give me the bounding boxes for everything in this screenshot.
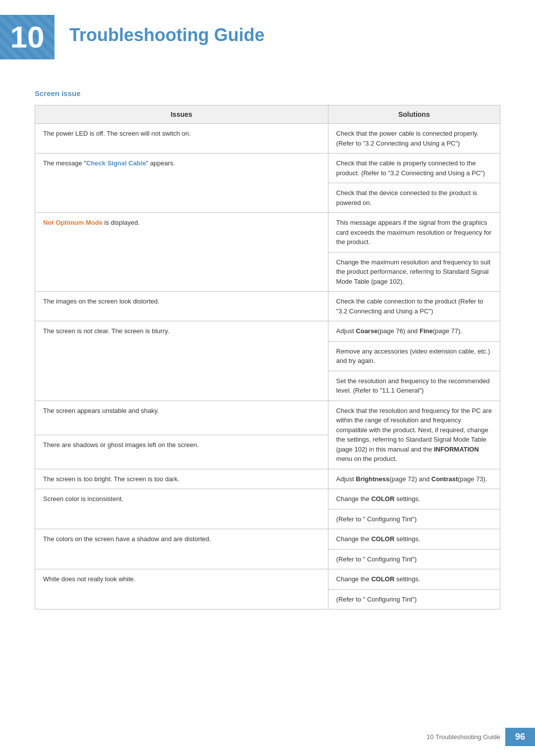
solution-cell: Adjust Brightness(page 72) and Contrast(…: [328, 469, 500, 489]
issue-cell: The colors on the screen have a shadow a…: [35, 529, 328, 569]
solution-cell: Check that the power cable is connected …: [328, 124, 500, 153]
solution-cell: Set the resolution and frequency to the …: [328, 371, 500, 401]
solution-cell: Adjust Coarse(page 76) and Fine(page 77)…: [328, 321, 500, 342]
issue-cell: The screen is too bright. The screen is …: [35, 469, 328, 489]
issue-cell: The images on the screen look distorted.: [35, 292, 328, 321]
table-row: Not Optimum Mode is displayed. This mess…: [35, 213, 500, 252]
issue-cell: The screen appears unstable and shaky.: [35, 401, 328, 435]
table-row: Screen color is inconsistent. Change the…: [35, 489, 500, 509]
issue-cell: Screen color is inconsistent.: [35, 489, 328, 529]
page-footer: 10 Troubleshooting Guide 96: [427, 728, 535, 746]
table-row: The power LED is off. The screen will no…: [35, 124, 500, 153]
table-row: The message "Check Signal Cable" appears…: [35, 153, 500, 183]
solution-cell: (Refer to " Configuring Tint"): [328, 509, 500, 529]
issue-cell: The screen is not clear. The screen is b…: [35, 321, 328, 401]
issue-cell: The message "Check Signal Cable" appears…: [35, 153, 328, 213]
table-row: The screen is not clear. The screen is b…: [35, 321, 500, 342]
chapter-number: 10: [10, 22, 45, 52]
issue-cell: There are shadows or ghost images left o…: [35, 435, 328, 469]
solution-cell: Check that the device connected to the p…: [328, 183, 500, 213]
col-header-solutions: Solutions: [328, 105, 500, 124]
solution-cell: Change the COLOR settings.: [328, 569, 500, 590]
chapter-badge: 10: [0, 15, 54, 59]
table-row: White does not really look white. Change…: [35, 569, 500, 590]
table-row: The screen appears unstable and shaky. C…: [35, 401, 500, 435]
solution-cell: This message appears if the signal from …: [328, 213, 500, 252]
table-row: The colors on the screen have a shadow a…: [35, 529, 500, 550]
solution-cell: Change the maximum resolution and freque…: [328, 252, 500, 292]
section-title: Screen issue: [35, 89, 500, 98]
solution-cell: Remove any accessories (video extension …: [328, 341, 500, 371]
solution-cell: Check the cable connection to the produc…: [328, 292, 500, 321]
solution-cell: Check that the cable is properly connect…: [328, 153, 500, 183]
table-row: The screen is too bright. The screen is …: [35, 469, 500, 489]
issue-cell: White does not really look white.: [35, 569, 328, 609]
page-header: 10 Troubleshooting Guide: [0, 0, 535, 69]
issue-cell: Not Optimum Mode is displayed.: [35, 213, 328, 292]
solution-cell: (Refer to " Configuring Tint"): [328, 589, 500, 609]
main-content: Screen issue Issues Solutions The power …: [0, 69, 535, 639]
chapter-title: Troubleshooting Guide: [54, 15, 265, 46]
table-row: The images on the screen look distorted.…: [35, 292, 500, 321]
footer-text: 10 Troubleshooting Guide: [427, 733, 505, 741]
solution-cell: Change the COLOR settings.: [328, 489, 500, 509]
solution-cell: Change the COLOR settings.: [328, 529, 500, 550]
issue-cell: The power LED is off. The screen will no…: [35, 124, 328, 153]
page-number: 96: [505, 728, 535, 746]
col-header-issues: Issues: [35, 105, 328, 124]
solution-cell: Check that the resolution and frequency …: [328, 401, 500, 469]
issues-table: Issues Solutions The power LED is off. T…: [35, 105, 500, 609]
solution-cell: (Refer to " Configuring Tint"): [328, 549, 500, 569]
